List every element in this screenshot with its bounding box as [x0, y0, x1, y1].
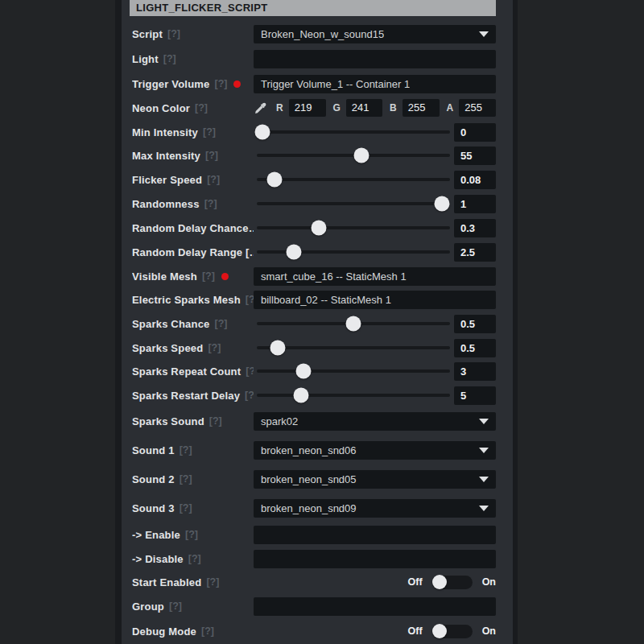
- sparks-speed-slider-track[interactable]: [257, 346, 450, 349]
- sparks-restart-delay-slider-track[interactable]: [257, 394, 450, 397]
- color-b-input[interactable]: 255: [402, 99, 440, 117]
- sparks-repeat-count-value[interactable]: 3: [454, 362, 496, 381]
- trigger-volume-field[interactable]: Trigger Volume_1 -- Container 1: [254, 75, 496, 93]
- sparks-repeat-count-label: Sparks Repeat Count: [132, 365, 241, 378]
- color-g-label: G: [333, 102, 341, 114]
- help-marker[interactable]: [?]: [202, 270, 215, 282]
- sparks-sound-value: spark02: [254, 415, 298, 427]
- help-marker[interactable]: [?]: [163, 53, 176, 64]
- color-g-input[interactable]: 241: [346, 99, 382, 117]
- random-delay-range-value[interactable]: 2.5: [454, 243, 496, 262]
- sparks-sound-dropdown[interactable]: spark02: [254, 412, 496, 431]
- max-intensity-value[interactable]: 55: [454, 147, 496, 165]
- slider-knob[interactable]: [346, 316, 361, 332]
- slider-knob[interactable]: [270, 341, 286, 356]
- help-marker[interactable]: [?]: [245, 390, 254, 401]
- visible-mesh-field[interactable]: smart_cube_16 -- StaticMesh 1: [254, 267, 496, 286]
- help-marker[interactable]: [?]: [203, 126, 216, 138]
- slider-knob[interactable]: [255, 125, 270, 140]
- help-marker[interactable]: [?]: [180, 473, 192, 485]
- min-intensity-value[interactable]: 0: [454, 123, 496, 142]
- min-intensity-slider-track[interactable]: [257, 130, 450, 134]
- help-marker[interactable]: [?]: [188, 553, 201, 564]
- help-marker[interactable]: [?]: [205, 150, 218, 161]
- slider-knob[interactable]: [311, 221, 326, 236]
- disable-field[interactable]: [254, 550, 496, 568]
- toggle-on-label: On: [482, 576, 496, 588]
- sound-3-label: Sound 3: [132, 502, 175, 514]
- electric-sparks-mesh-field[interactable]: billboard_02 -- StaticMesh 1: [254, 291, 496, 309]
- chevron-down-icon: [479, 419, 489, 424]
- sparks-restart-delay-value[interactable]: 5: [454, 386, 496, 405]
- toggle-knob[interactable]: [432, 624, 447, 638]
- toggle-off-label: Off: [408, 625, 423, 637]
- chevron-down-icon: [479, 477, 489, 482]
- help-marker[interactable]: [?]: [206, 576, 219, 588]
- help-marker[interactable]: [?]: [214, 78, 227, 89]
- row-sparks-sound: Sparks Sound [?] spark02: [132, 411, 496, 431]
- color-a-input[interactable]: 255: [459, 99, 496, 117]
- sparks-chance-slider-track[interactable]: [257, 322, 450, 325]
- sparks-chance-value[interactable]: 0.5: [454, 315, 496, 333]
- script-dropdown[interactable]: Broken_Neon_w_sound15: [254, 25, 496, 43]
- help-marker[interactable]: [?]: [167, 28, 180, 39]
- randomness-slider-track[interactable]: [257, 202, 450, 205]
- help-marker[interactable]: [?]: [246, 365, 254, 377]
- help-marker[interactable]: [?]: [208, 342, 221, 353]
- sound-3-value: broken_neon_snd09: [254, 502, 357, 514]
- randomness-label: Randomness: [132, 198, 200, 210]
- sparks-chance-label: Sparks Chance: [132, 318, 210, 330]
- slider-knob[interactable]: [266, 172, 282, 188]
- help-marker[interactable]: [?]: [209, 415, 222, 427]
- row-neon-color: Neon Color [?] R 219 G 241 B 255: [132, 98, 496, 118]
- slider-knob[interactable]: [286, 245, 301, 260]
- sparks-speed-label: Sparks Speed: [132, 342, 203, 354]
- help-marker[interactable]: [?]: [201, 625, 214, 637]
- eyedropper-icon[interactable]: [254, 101, 267, 115]
- help-marker[interactable]: [?]: [246, 294, 254, 305]
- help-marker[interactable]: [?]: [207, 174, 220, 185]
- slider-knob[interactable]: [294, 388, 309, 403]
- random-delay-range-slider-track[interactable]: [257, 250, 450, 254]
- flicker-speed-value[interactable]: 0.08: [454, 171, 496, 189]
- sparks-speed-value[interactable]: 0.5: [454, 339, 496, 357]
- trigger-volume-label: Trigger Volume: [132, 78, 209, 90]
- script-label: Script: [132, 28, 163, 40]
- max-intensity-slider-track[interactable]: [257, 154, 450, 157]
- flicker-speed-slider-track[interactable]: [257, 178, 450, 181]
- help-marker[interactable]: [?]: [169, 601, 182, 612]
- help-marker[interactable]: [?]: [180, 444, 192, 456]
- slider-knob[interactable]: [295, 364, 311, 379]
- slider-knob[interactable]: [435, 196, 450, 212]
- help-marker[interactable]: [?]: [180, 502, 192, 514]
- row-random-delay-chance: Random Delay Chance… 0.3: [132, 218, 496, 237]
- color-r-input[interactable]: 219: [289, 99, 326, 117]
- enable-field[interactable]: [254, 526, 496, 544]
- slider-knob[interactable]: [353, 148, 369, 163]
- sparks-repeat-count-slider-track[interactable]: [257, 369, 450, 373]
- randomness-value[interactable]: 1: [454, 195, 496, 213]
- color-b-label: B: [390, 102, 397, 114]
- sound-2-dropdown[interactable]: broken_neon_snd05: [254, 470, 496, 489]
- required-dot: [221, 273, 229, 280]
- group-field[interactable]: [254, 597, 496, 616]
- row-trigger-volume: Trigger Volume [?] Trigger Volume_1 -- C…: [132, 74, 496, 93]
- sound-2-label: Sound 2: [132, 473, 175, 485]
- light-field[interactable]: [254, 50, 496, 68]
- sound-3-dropdown[interactable]: broken_neon_snd09: [254, 499, 496, 518]
- toggle-knob[interactable]: [432, 575, 447, 589]
- help-marker[interactable]: [?]: [195, 102, 208, 114]
- start-enabled-toggle[interactable]: [432, 576, 473, 589]
- help-marker[interactable]: [?]: [204, 198, 217, 209]
- random-delay-chance-value[interactable]: 0.3: [454, 219, 496, 237]
- sound-1-dropdown[interactable]: broken_neon_snd06: [254, 441, 496, 460]
- group-label: Group: [132, 601, 164, 613]
- debug-mode-toggle[interactable]: [432, 625, 473, 638]
- random-delay-chance-slider-track[interactable]: [257, 226, 450, 229]
- row-sparks-chance: Sparks Chance [?] 0.5: [132, 314, 496, 333]
- row-enable: -> Enable [?]: [132, 525, 496, 544]
- help-marker[interactable]: [?]: [215, 318, 228, 329]
- random-delay-chance-label: Random Delay Chance…: [132, 222, 254, 234]
- help-marker[interactable]: [?]: [185, 529, 198, 540]
- row-flicker-speed: Flicker Speed [?] 0.08: [132, 170, 496, 189]
